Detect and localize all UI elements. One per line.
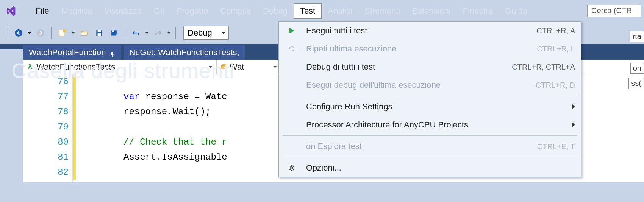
menu-modifica[interactable]: Modifica bbox=[55, 4, 98, 18]
menuitem-label: Configure Run Settings bbox=[306, 102, 569, 112]
svg-rect-4 bbox=[98, 30, 101, 32]
nav-back-button[interactable] bbox=[12, 26, 25, 40]
submenu-arrow-icon bbox=[572, 104, 575, 109]
toolbox-tab[interactable] bbox=[0, 49, 23, 200]
right-fragment: on bbox=[630, 63, 644, 74]
menuitem-shortcut: CTRL+R, D bbox=[536, 81, 575, 90]
menuitem-label: Ripeti ultima esecuzione bbox=[306, 44, 537, 54]
svg-rect-5 bbox=[98, 33, 101, 36]
line-number: 77 bbox=[23, 89, 69, 104]
vs-logo bbox=[4, 4, 18, 18]
menuitem-label: on Esplora test bbox=[306, 141, 537, 151]
menuitem-debug-last-run: Esegui debug dell'ultima esecuzione CTRL… bbox=[279, 76, 581, 94]
menu-estensioni[interactable]: Estensioni bbox=[406, 4, 457, 18]
tab-label: WatchPortalFunction bbox=[29, 48, 106, 57]
project-dropdown-label: WatchFunctionsTests bbox=[36, 62, 115, 72]
menuitem-label: Esegui debug dell'ultima esecuzione bbox=[306, 80, 536, 90]
svg-rect-10 bbox=[289, 28, 290, 33]
menu-debug[interactable]: Debug bbox=[257, 4, 294, 18]
class-icon bbox=[220, 64, 227, 70]
menuitem-label: Debug di tutti i test bbox=[306, 62, 512, 72]
menu-progetto[interactable]: Progetto bbox=[170, 4, 214, 18]
tab-watchportal[interactable]: WatchPortalFunction bbox=[23, 45, 121, 60]
tab-nuget[interactable]: NuGet: WatchFunctionsTests, bbox=[124, 45, 244, 60]
line-number: 80 bbox=[23, 135, 69, 150]
menu-separator bbox=[283, 157, 577, 157]
nav-back-dropdown[interactable] bbox=[27, 26, 32, 40]
menu-separator bbox=[283, 135, 577, 136]
flask-icon bbox=[27, 64, 34, 70]
toolbar-separator bbox=[8, 27, 8, 39]
project-dropdown[interactable]: WatchFunctionsTests bbox=[23, 60, 217, 74]
svg-rect-7 bbox=[29, 64, 31, 65]
menu-visualizza[interactable]: Visualizza bbox=[98, 4, 148, 18]
svg-rect-9 bbox=[223, 64, 226, 66]
menuitem-repeat-last-run: Ripeti ultima esecuzione CTRL+R, L bbox=[279, 40, 581, 58]
menuitem-debug-all-tests[interactable]: Debug di tutti i test CTRL+R, CTRL+A bbox=[279, 58, 581, 76]
svg-point-11 bbox=[291, 167, 293, 169]
svg-rect-6 bbox=[112, 30, 114, 32]
play-icon bbox=[285, 27, 299, 34]
menuitem-shortcut: CTRL+R, A bbox=[536, 26, 575, 35]
new-item-button[interactable] bbox=[55, 26, 69, 40]
menuitem-test-explorer: on Esplora test CTRL+E, T bbox=[279, 137, 581, 155]
menuitem-label: Esegui tutti i test bbox=[306, 26, 536, 36]
toolbar-separator bbox=[175, 27, 176, 39]
menuitem-shortcut: CTRL+R, L bbox=[537, 45, 575, 53]
save-button[interactable] bbox=[92, 26, 106, 40]
menu-git[interactable]: Git bbox=[148, 4, 170, 18]
line-number: 82 bbox=[23, 165, 69, 180]
menu-file[interactable]: File bbox=[30, 4, 55, 18]
gear-icon bbox=[285, 164, 299, 172]
line-number: 81 bbox=[23, 150, 69, 165]
menuitem-configure-run-settings[interactable]: Configure Run Settings bbox=[279, 98, 581, 116]
menuitem-processor-architecture[interactable]: Processor Architecture for AnyCPU Projec… bbox=[279, 116, 581, 134]
menu-analisi[interactable]: Analisi bbox=[322, 4, 358, 18]
line-number: 79 bbox=[23, 120, 69, 135]
menu-strumenti[interactable]: Strumenti bbox=[358, 4, 406, 18]
config-select[interactable]: Debug bbox=[183, 26, 229, 40]
redo-button[interactable] bbox=[151, 26, 165, 40]
save-all-button[interactable] bbox=[108, 26, 121, 40]
type-dropdown[interactable]: Wat bbox=[217, 60, 281, 74]
svg-point-0 bbox=[15, 29, 22, 37]
menuitem-shortcut: CTRL+R, CTRL+A bbox=[512, 63, 575, 71]
line-number: 76 bbox=[23, 74, 69, 89]
type-dropdown-label: Wat bbox=[230, 62, 244, 72]
menuitem-shortcut: CTRL+E, T bbox=[537, 142, 575, 151]
change-marker bbox=[73, 74, 76, 180]
undo-button[interactable] bbox=[129, 26, 143, 40]
nav-forward-button[interactable] bbox=[34, 26, 47, 40]
new-item-dropdown[interactable] bbox=[70, 26, 76, 40]
open-button[interactable] bbox=[77, 26, 91, 40]
menuitem-label: Opzioni... bbox=[306, 163, 575, 173]
menuitem-run-all-tests[interactable]: Esegui tutti i test CTRL+R, A bbox=[279, 22, 581, 40]
right-fragment: rta bbox=[630, 31, 644, 42]
toolbar-separator bbox=[51, 27, 52, 39]
right-fragment: ss( bbox=[628, 78, 644, 89]
menu-finestra[interactable]: Finestra bbox=[457, 4, 499, 18]
undo-dropdown[interactable] bbox=[144, 26, 150, 40]
search-input[interactable]: Cerca (CTR bbox=[587, 5, 641, 17]
toolbar-separator bbox=[125, 27, 125, 39]
change-marker-column bbox=[73, 74, 78, 182]
repeat-icon bbox=[285, 45, 299, 53]
menubar: File Modifica Visualizza Git Progetto Co… bbox=[0, 0, 644, 22]
menuitem-options[interactable]: Opzioni... bbox=[279, 159, 581, 177]
pin-icon[interactable] bbox=[109, 50, 116, 56]
menu-guida[interactable]: Guida bbox=[499, 4, 533, 18]
menu-test[interactable]: Test bbox=[294, 3, 322, 19]
line-number: 78 bbox=[23, 104, 69, 120]
menu-separator bbox=[283, 96, 577, 96]
redo-dropdown[interactable] bbox=[166, 26, 172, 40]
test-menu: Esegui tutti i test CTRL+R, A Ripeti ult… bbox=[278, 21, 581, 177]
tab-label: NuGet: WatchFunctionsTests, bbox=[129, 48, 239, 57]
menuitem-label: Processor Architecture for AnyCPU Projec… bbox=[306, 120, 569, 130]
submenu-arrow-icon bbox=[572, 123, 575, 127]
menu-compila[interactable]: Compila bbox=[214, 4, 257, 18]
line-gutter: 76 77 78 79 80 81 82 bbox=[23, 74, 73, 182]
svg-point-1 bbox=[37, 29, 44, 37]
